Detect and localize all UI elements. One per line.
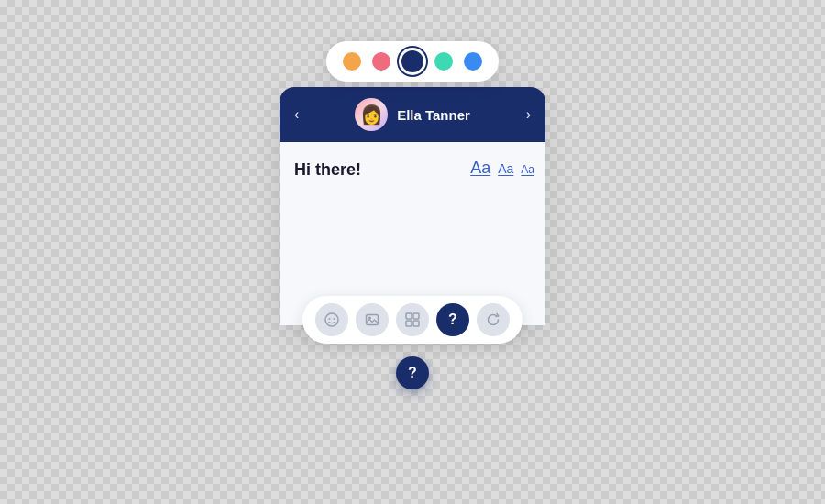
question-button[interactable]: ? — [436, 303, 469, 336]
nav-next-arrow[interactable]: › — [526, 106, 531, 123]
gallery-button[interactable] — [396, 303, 429, 336]
svg-rect-5 — [406, 313, 412, 319]
scene: ‹ 👩 Ella Tanner › Hi there! Aa Aa Aa — [238, 41, 587, 463]
svg-rect-6 — [413, 313, 419, 319]
font-size-large[interactable]: Aa — [470, 159, 490, 178]
color-dot-blue[interactable] — [464, 52, 482, 71]
refresh-button[interactable] — [477, 303, 510, 336]
emoji-button[interactable] — [315, 303, 348, 336]
svg-point-4 — [368, 317, 371, 320]
image-button[interactable] — [356, 303, 389, 336]
avatar-image: 👩 — [355, 98, 388, 131]
color-dot-orange[interactable] — [343, 52, 361, 71]
font-size-small[interactable]: Aa — [521, 163, 534, 176]
bottom-question-button[interactable]: ? — [396, 356, 429, 389]
chat-header: ‹ 👩 Ella Tanner › — [280, 87, 545, 142]
svg-rect-8 — [413, 321, 419, 326]
chat-header-center: 👩 Ella Tanner — [355, 98, 470, 131]
svg-rect-3 — [367, 315, 379, 325]
font-size-medium[interactable]: Aa — [498, 161, 513, 176]
svg-point-0 — [325, 313, 338, 326]
color-dot-navy[interactable] — [402, 50, 424, 72]
font-options: Aa Aa Aa — [470, 159, 534, 178]
toolbar: ? — [302, 296, 522, 344]
user-name: Ella Tanner — [397, 107, 470, 123]
chat-card: ‹ 👩 Ella Tanner › Hi there! Aa Aa Aa — [280, 87, 545, 325]
svg-point-2 — [334, 318, 336, 320]
color-dot-teal[interactable] — [434, 52, 453, 71]
svg-rect-7 — [406, 321, 412, 326]
svg-point-1 — [329, 318, 331, 320]
color-picker — [326, 41, 499, 82]
nav-prev-arrow[interactable]: ‹ — [294, 106, 299, 123]
color-dot-pink[interactable] — [372, 52, 390, 71]
avatar: 👩 — [355, 98, 388, 131]
